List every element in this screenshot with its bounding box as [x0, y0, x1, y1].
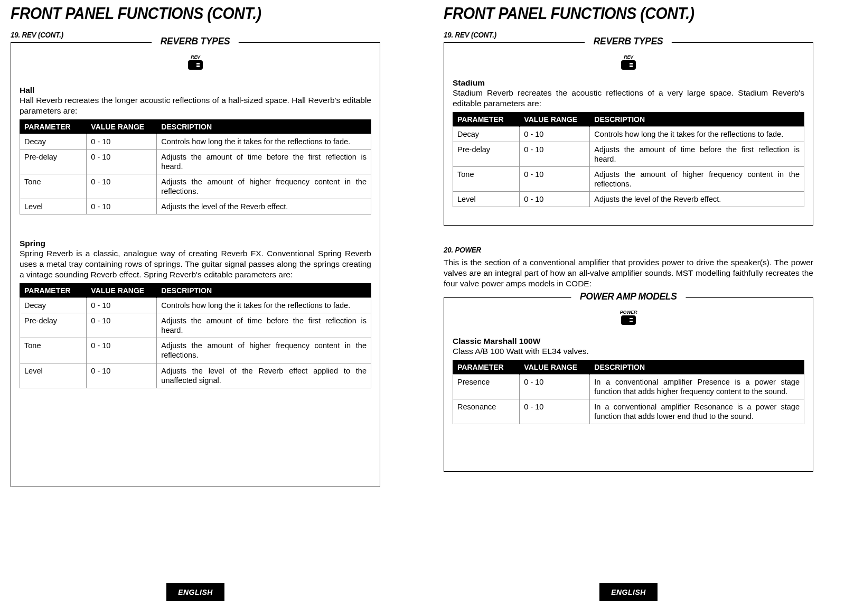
table-cell: Adjusts the level of the Reverb effect a… [157, 363, 371, 388]
power-amp-legend-text: POWER AMP MODELS [571, 291, 686, 302]
table-cell: Pre-delay [453, 142, 520, 166]
table-row: Pre-delay0 - 10Adjusts the amount of tim… [453, 142, 804, 166]
th-desc: DESCRIPTION [157, 119, 371, 134]
language-badge: ENGLISH [166, 583, 224, 601]
table-cell: 0 - 10 [87, 297, 157, 313]
spring-table: PARAMETER VALUE RANGE DESCRIPTION Decay0… [20, 283, 371, 388]
reverb-types-legend-text: REVERB TYPES [585, 35, 672, 47]
th-range: VALUE RANGE [520, 360, 590, 374]
table-cell: Resonance [453, 399, 520, 424]
page-title: FRONT PANEL FUNCTIONS (CONT.) [444, 4, 784, 23]
table-row: Pre-delay0 - 10Adjusts the amount of tim… [20, 313, 371, 338]
hall-desc: Hall Reverb recreates the longer acousti… [20, 95, 371, 116]
stadium-table: PARAMETER VALUE RANGE DESCRIPTION Decay0… [453, 112, 804, 208]
classic-table: PARAMETER VALUE RANGE DESCRIPTION Presen… [453, 360, 804, 425]
table-cell: Adjusts the amount of higher frequency c… [157, 174, 371, 199]
table-row: Decay0 - 10Controls how long the it take… [453, 126, 804, 142]
page-title: FRONT PANEL FUNCTIONS (CONT.) [11, 4, 351, 23]
table-row: Level0 - 10Adjusts the level of the Reve… [453, 192, 804, 207]
table-cell: 0 - 10 [87, 313, 157, 338]
manual-page-left: FRONT PANEL FUNCTIONS (CONT.) 19. REV (C… [11, 0, 380, 616]
table-cell: 0 - 10 [520, 374, 590, 399]
table-cell: Tone [20, 174, 87, 199]
power-amp-box: POWER AMP MODELS POWER Classic Marshall … [444, 297, 813, 472]
reverb-types-box: REVERB TYPES REV Stadium Stadium Reverb … [444, 42, 813, 226]
th-desc: DESCRIPTION [590, 360, 804, 374]
table-cell: Adjusts the amount of time before the fi… [157, 313, 371, 338]
table-cell: 0 - 10 [87, 363, 157, 388]
hall-table: PARAMETER VALUE RANGE DESCRIPTION Decay0… [20, 119, 371, 215]
stadium-title: Stadium [453, 78, 804, 88]
table-cell: Controls how long the it takes for the r… [157, 134, 371, 149]
hall-title: Hall [20, 86, 371, 95]
language-badge: ENGLISH [599, 583, 658, 601]
stadium-desc: Stadium Reverb recreates the acoustic re… [453, 88, 804, 109]
spring-desc: Spring Reverb is a classic, analogue way… [20, 248, 371, 279]
th-desc: DESCRIPTION [157, 283, 371, 297]
table-cell: 0 - 10 [87, 174, 157, 199]
rev-icon-block: REV [453, 54, 804, 72]
table-cell: Decay [20, 297, 87, 313]
classic-block: Classic Marshall 100W Class A/B 100 Watt… [453, 337, 804, 424]
table-cell: 0 - 10 [87, 134, 157, 149]
table-row: Tone0 - 10Adjusts the amount of higher f… [453, 167, 804, 192]
spring-title: Spring [20, 239, 371, 248]
table-cell: Presence [453, 374, 520, 399]
table-cell: In a conventional amplifier Presence is … [590, 374, 804, 399]
th-range: VALUE RANGE [87, 119, 157, 134]
table-cell: Adjusts the amount of time before the fi… [590, 142, 804, 166]
table-cell: Controls how long the it takes for the r… [157, 297, 371, 313]
power-icon [621, 315, 636, 325]
spring-block: Spring Spring Reverb is a classic, analo… [20, 239, 371, 388]
table-cell: Level [20, 363, 87, 388]
power-icon-block: POWER [453, 310, 804, 327]
rev-icon-block: REV [20, 54, 371, 72]
power-icon-label: POWER [453, 310, 804, 315]
table-cell: Adjusts the amount of higher frequency c… [590, 167, 804, 192]
table-row: Decay0 - 10Controls how long the it take… [20, 297, 371, 313]
table-row: Resonance0 - 10In a conventional amplifi… [453, 399, 804, 424]
table-cell: 0 - 10 [520, 399, 590, 424]
table-cell: 0 - 10 [520, 126, 590, 142]
rev-icon-label: REV [453, 54, 804, 60]
table-cell: 0 - 10 [87, 199, 157, 214]
table-cell: 0 - 10 [520, 192, 590, 207]
table-cell: Tone [20, 338, 87, 363]
reverb-types-legend: REVERB TYPES [444, 35, 813, 47]
reverb-types-legend: REVERB TYPES [11, 35, 380, 47]
stadium-block: Stadium Stadium Reverb recreates the aco… [453, 78, 804, 207]
table-row: Tone0 - 10Adjusts the amount of higher f… [20, 174, 371, 199]
reverb-types-box: REVERB TYPES REV Hall Hall Reverb recrea… [11, 42, 380, 487]
table-cell: 0 - 10 [520, 167, 590, 192]
section-20-label: 20. POWER [444, 246, 784, 254]
table-cell: Decay [20, 134, 87, 149]
table-cell: 0 - 10 [87, 338, 157, 363]
classic-title: Classic Marshall 100W [453, 337, 804, 346]
th-range: VALUE RANGE [520, 112, 590, 126]
rev-icon [188, 60, 203, 70]
table-cell: 0 - 10 [520, 142, 590, 166]
table-cell: 0 - 10 [87, 149, 157, 174]
table-cell: Pre-delay [20, 313, 87, 338]
table-cell: Adjusts the amount of higher frequency c… [157, 338, 371, 363]
table-row: Level0 - 10Adjusts the level of the Reve… [20, 363, 371, 388]
classic-desc: Class A/B 100 Watt with EL34 valves. [453, 346, 804, 357]
table-cell: Adjusts the level of the Reverb effect. [157, 199, 371, 214]
table-row: Presence0 - 10In a conventional amplifie… [453, 374, 804, 399]
th-desc: DESCRIPTION [590, 112, 804, 126]
reverb-types-legend-text: REVERB TYPES [152, 35, 239, 47]
th-range: VALUE RANGE [87, 283, 157, 297]
table-cell: Controls how long the it takes for the r… [590, 126, 804, 142]
table-cell: Adjusts the amount of time before the fi… [157, 149, 371, 174]
table-row: Decay0 - 10Controls how long the it take… [20, 134, 371, 149]
section-20-text: This is the section of a conventional am… [444, 257, 813, 288]
table-cell: Tone [453, 167, 520, 192]
table-cell: Adjusts the level of the Reverb effect. [590, 192, 804, 207]
th-param: PARAMETER [453, 112, 520, 126]
table-cell: Level [453, 192, 520, 207]
rev-icon [621, 60, 636, 70]
rev-icon-label: REV [20, 54, 371, 60]
table-cell: Level [20, 199, 87, 214]
table-row: Pre-delay0 - 10Adjusts the amount of tim… [20, 149, 371, 174]
th-param: PARAMETER [20, 283, 87, 297]
